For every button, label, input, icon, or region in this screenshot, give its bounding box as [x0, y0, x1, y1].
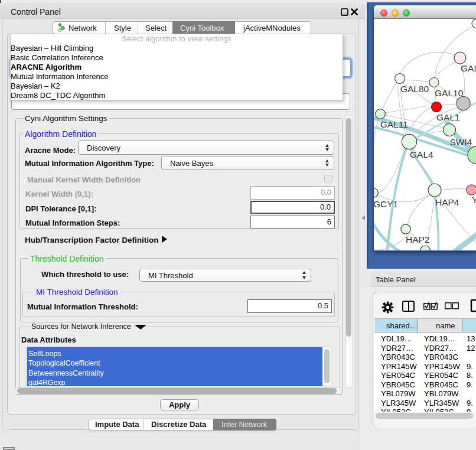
- svg-text:Y: Y: [472, 195, 476, 205]
- svg-text:HAP2: HAP2: [406, 234, 430, 244]
- svg-text:GAL1: GAL1: [436, 112, 460, 122]
- svg-text:GCY1: GCY1: [374, 199, 398, 209]
- svg-text:GAL80: GAL80: [400, 84, 429, 94]
- svg-text:GAL7: GAL7: [461, 63, 476, 73]
- svg-text:GAL4: GAL4: [410, 149, 433, 159]
- svg-text:HAP4: HAP4: [435, 197, 459, 207]
- svg-text:GAL10: GAL10: [435, 88, 464, 98]
- svg-text:GAL11: GAL11: [380, 119, 408, 129]
- svg-text:SWI4: SWI4: [450, 137, 472, 147]
